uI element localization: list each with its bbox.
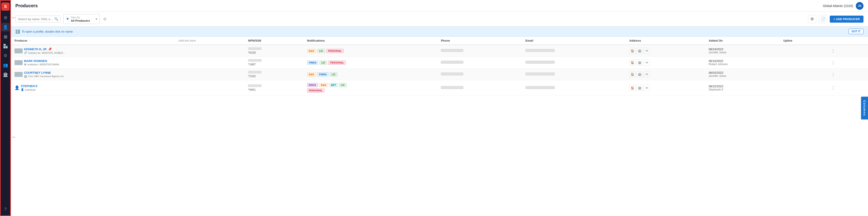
sidebar-item-help[interactable]: ? [1, 205, 10, 214]
producer-name-4[interactable]: STEPHEN E [21, 84, 37, 88]
add-producer-button[interactable]: + ADD PRODUCER [830, 16, 864, 23]
row-actions-1: ⋮ [826, 45, 868, 57]
address-cell-1: 🏠 🏢 ✉ [626, 45, 705, 57]
sidebar-item-store[interactable]: 🏪 [1, 42, 10, 51]
sidebar-item-dashboard[interactable]: ⊞ [1, 13, 10, 22]
search-box[interactable]: 🔍 [16, 16, 61, 22]
added-date-3: 06/02/2022 [709, 71, 776, 74]
sidebar-item-grid[interactable]: ▦ [1, 32, 10, 41]
producer-cell-2: MARK ROWDEN 🏛 Institution: WEBSTER BANK [11, 57, 175, 68]
address-icons-2: 🏠 🏢 ✉ [629, 60, 702, 66]
tag-finra-2: FINRA [307, 61, 318, 65]
address-cell-4: 🏠 🏢 ✉ [626, 80, 705, 95]
row-menu-button-2[interactable]: ⋮ [829, 59, 837, 66]
home-icon-3[interactable]: 🏠 [629, 71, 636, 78]
phone-cell-1 [437, 45, 522, 57]
npn-cell-1: *6328 [244, 45, 303, 57]
row-menu-button-3[interactable]: ⋮ [829, 71, 837, 78]
settings-button[interactable]: ⚙ [808, 15, 816, 23]
tag-eo-1: E&O [307, 49, 316, 53]
solicitor-icon: 🔗 [24, 51, 27, 54]
grid-icon: ▦ [4, 34, 7, 39]
phone-cell-4 [437, 80, 522, 95]
producers-table: Producer ↑ Add text here NPN/SSN Notific… [11, 37, 868, 95]
help-icon: ? [4, 207, 6, 212]
table-header: Producer ↑ Add text here NPN/SSN Notific… [11, 37, 868, 45]
sort-icon: ↑ [29, 39, 31, 42]
add-text-cell-3 [175, 68, 245, 80]
clear-filter-button[interactable]: ⊘ [102, 16, 107, 22]
tags-cell-3: E&O FINRA LIC [304, 68, 437, 80]
producer-sub-2: 🏛 Institution: WEBSTER BANK [24, 63, 59, 66]
email-blurred-3 [525, 72, 555, 75]
export-icon: 📄 [820, 17, 826, 22]
row-actions-4: ⋮ [826, 80, 868, 95]
individual-icon: 👤 [21, 88, 24, 91]
producer-name-2[interactable]: MARK ROWDEN [24, 59, 59, 63]
address-icons-1: 🏠 🏢 ✉ [629, 48, 702, 54]
row-menu-button-4[interactable]: ⋮ [829, 84, 837, 91]
tag-lic-4: LIC [339, 83, 347, 87]
dashboard-icon: ⊞ [4, 15, 7, 20]
producers-table-container: Producer ↑ Add text here NPN/SSN Notific… [11, 37, 868, 216]
main-content: Producers Global Atlantic (1010) JS 🔍 ▼ … [11, 0, 868, 216]
search-input[interactable] [18, 18, 53, 21]
npn-cell-3: *2162 [244, 68, 303, 80]
avatar: JS [856, 2, 864, 10]
tags-cell-1: E&O LIC PERSONAL [304, 45, 437, 57]
email-cell-2 [522, 57, 626, 68]
email-blurred-1 [525, 49, 555, 52]
toolbar: 🔍 ▼ Filter By All Producers ▾ ⊘ ⚙ 📄 + AD… [11, 12, 868, 27]
columns-button[interactable]: Columns [861, 97, 868, 120]
sidebar-item-people[interactable]: 👥 [1, 61, 10, 69]
building-icon-1[interactable]: 🏢 [637, 48, 643, 54]
added-date-4: 08/22/2022 [709, 85, 776, 88]
email-cell-1 [522, 45, 626, 57]
mail-icon-1[interactable]: ✉ [644, 48, 650, 54]
mail-icon-3[interactable]: ✉ [644, 71, 650, 78]
building-icon-2[interactable]: 🏢 [637, 60, 643, 66]
store-icon: 🏪 [3, 44, 8, 49]
bank-icon: 🏦 [3, 72, 8, 77]
tags-cell-2: FINRA LIC PERSONAL [304, 57, 437, 68]
home-icon-2[interactable]: 🏠 [629, 60, 636, 66]
upline-cell-4 [780, 80, 826, 95]
tag-personal-1: PERSONAL [326, 49, 344, 53]
header-right: Global Atlantic (1010) JS [823, 2, 864, 10]
home-icon-1[interactable]: 🏠 [629, 48, 636, 54]
upline-cell-2 [780, 57, 826, 68]
producer-avatar-3 [14, 72, 23, 77]
col-added-on: Added On [705, 37, 780, 45]
home-icon-4[interactable]: 🏠 [629, 85, 636, 91]
mail-icon-4[interactable]: ✉ [644, 85, 650, 91]
producer-name-3[interactable]: COURTNEY LYNNE [24, 71, 64, 74]
info-banner-message: ℹ️ To open a profile, double click on na… [16, 29, 73, 34]
address-cell-3: 🏠 🏢 ✉ [626, 68, 705, 80]
row-menu-button-1[interactable]: ⋮ [829, 48, 837, 54]
phone-blurred-2 [441, 61, 463, 64]
producer-avatar-1 [14, 49, 23, 53]
filter-dropdown[interactable]: ▼ Filter By All Producers ▾ [63, 14, 99, 24]
pin-icon: 📌 [48, 47, 52, 51]
sidebar-logo[interactable]: S [1, 2, 9, 11]
npn-value-2: *1887 [248, 63, 256, 66]
building-icon-3[interactable]: 🏢 [637, 71, 643, 78]
sidebar-item-bank[interactable]: 🏦 [1, 70, 10, 79]
sidebar-item-producers[interactable]: 👤 [1, 23, 10, 31]
tag-lic-3: LIC [330, 72, 337, 76]
address-icons-4: 🏠 🏢 ✉ [629, 85, 702, 91]
table-row: KENNETH H, JR 📌 🔗 Solicitor for: MORTON,… [11, 45, 868, 57]
building-icon-4[interactable]: 🏢 [637, 85, 643, 91]
producer-sub-1: 🔗 Solicitor for: MORTON, ROBER... [24, 51, 65, 54]
added-on-cell-4: 08/22/2022 Stephanie E [705, 80, 780, 95]
tag-lic-1: LIC [317, 49, 325, 53]
people-icon: 👥 [3, 63, 8, 68]
got-it-button[interactable]: GOT IT [848, 29, 864, 34]
institution-icon: 🏛 [24, 63, 27, 66]
sidebar-item-settings[interactable]: ⚙ [1, 51, 10, 60]
export-button[interactable]: 📄 [819, 15, 827, 23]
mail-icon-2[interactable]: ✉ [644, 60, 650, 66]
col-add-text[interactable]: Add text here [175, 37, 245, 45]
producer-name-1[interactable]: KENNETH H, JR 📌 [24, 47, 65, 51]
col-producer: Producer ↑ [11, 37, 175, 45]
